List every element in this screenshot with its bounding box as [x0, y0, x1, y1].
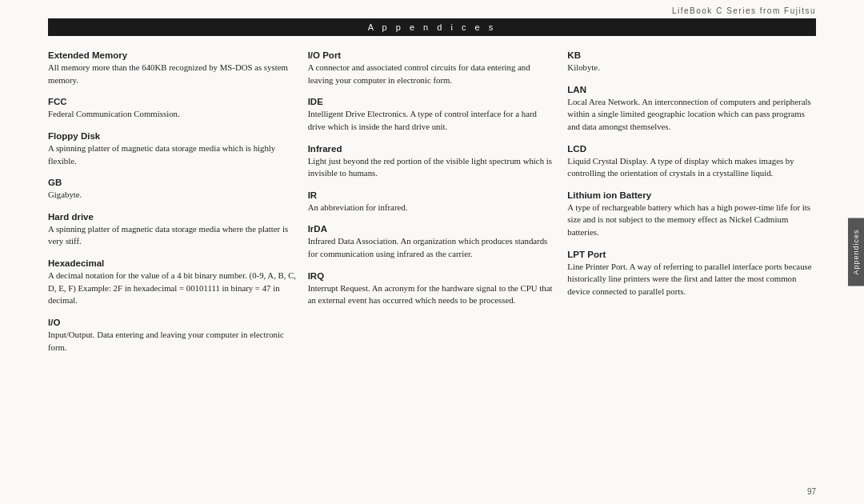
entry-body-irq: Interrupt Request. An acronym for the ha… [308, 282, 557, 307]
entry-hexadecimal: HexadecimalA decimal notation for the va… [48, 258, 297, 307]
entry-io-port: I/O PortA connector and associated contr… [308, 50, 557, 86]
entry-title-kb: KB [567, 50, 816, 60]
entry-body-hard-drive: A spinning platter of magnetic data stor… [48, 223, 297, 248]
entry-extended-memory: Extended MemoryAll memory more than the … [48, 50, 297, 86]
header-title: LifeBook C Series from Fujitsu [672, 6, 816, 15]
entry-body-fcc: Federal Communication Commission. [48, 108, 297, 121]
entry-title-extended-memory: Extended Memory [48, 50, 297, 60]
page-number: 97 [807, 487, 816, 496]
entry-title-lithium-ion-battery: Lithium ion Battery [567, 190, 816, 200]
entry-body-lpt-port: Line Printer Port. A way of referring to… [567, 261, 816, 298]
entry-title-irq: IRQ [308, 271, 557, 281]
page: LifeBook C Series from Fujitsu A p p e n… [0, 0, 864, 504]
entry-body-lithium-ion-battery: A type of rechargeable battery which has… [567, 202, 816, 239]
banner-text: A p p e n d i c e s [368, 22, 496, 32]
entry-title-gb: GB [48, 178, 297, 187]
entry-ide: IDEIntelligent Drive Electronics. A type… [308, 97, 557, 133]
entry-title-io-port: I/O Port [308, 50, 557, 60]
entry-body-irda: Infrared Data Association. An organizati… [308, 235, 557, 260]
entry-body-lan: Local Area Network. An interconnection o… [567, 96, 816, 134]
section-banner: A p p e n d i c e s [48, 18, 816, 36]
entry-ir: IRAn abbreviation for infrared. [308, 190, 557, 214]
entry-hard-drive: Hard driveA spinning platter of magnetic… [48, 212, 297, 248]
entry-irda: IrDAInfrared Data Association. An organi… [308, 224, 557, 260]
entry-title-ide: IDE [308, 97, 557, 106]
entry-body-io: Input/Output. Data entering and leaving … [48, 329, 297, 354]
main-content: Extended MemoryAll memory more than the … [0, 36, 864, 484]
page-header: LifeBook C Series from Fujitsu [0, 0, 864, 18]
entry-kb: KBKilobyte. [567, 50, 816, 74]
entry-title-floppy-disk: Floppy Disk [48, 131, 297, 141]
entry-infrared: InfraredLight just beyond the red portio… [308, 144, 557, 180]
entry-body-hexadecimal: A decimal notation for the value of a 4 … [48, 270, 297, 307]
entry-floppy-disk: Floppy DiskA spinning platter of magneti… [48, 131, 297, 167]
entry-title-lan: LAN [567, 85, 816, 94]
entry-lan: LANLocal Area Network. An interconnectio… [567, 85, 816, 134]
entry-title-io: I/O [48, 318, 297, 327]
entry-gb: GBGigabyte. [48, 178, 297, 202]
entry-body-io-port: A connector and associated control circu… [308, 62, 557, 86]
entry-title-ir: IR [308, 190, 557, 200]
entry-title-irda: IrDA [308, 224, 557, 234]
entry-body-infrared: Light just beyond the red portion of the… [308, 155, 557, 180]
column-2: I/O PortA connector and associated contr… [308, 50, 568, 476]
entry-lithium-ion-battery: Lithium ion BatteryA type of rechargeabl… [567, 190, 816, 239]
entry-irq: IRQInterrupt Request. An acronym for the… [308, 271, 557, 307]
entry-lpt-port: LPT PortLine Printer Port. A way of refe… [567, 250, 816, 298]
entry-io: I/OInput/Output. Data entering and leavi… [48, 318, 297, 354]
entry-body-lcd: Liquid Crystal Display. A type of displa… [567, 155, 816, 180]
column-1: Extended MemoryAll memory more than the … [48, 50, 308, 476]
entry-title-hard-drive: Hard drive [48, 212, 297, 222]
column-3: KBKilobyte.LANLocal Area Network. An int… [567, 50, 816, 476]
entry-title-infrared: Infrared [308, 144, 557, 154]
entry-body-ir: An abbreviation for infrared. [308, 202, 557, 214]
entry-body-extended-memory: All memory more than the 640KB recognize… [48, 62, 297, 86]
entry-body-kb: Kilobyte. [567, 62, 816, 74]
entry-body-gb: Gigabyte. [48, 189, 297, 202]
entry-fcc: FCCFederal Communication Commission. [48, 97, 297, 121]
appendices-tab: Appendices [848, 218, 864, 286]
entry-lcd: LCDLiquid Crystal Display. A type of dis… [567, 144, 816, 180]
entry-body-floppy-disk: A spinning platter of magnetic data stor… [48, 142, 297, 167]
entry-title-hexadecimal: Hexadecimal [48, 258, 297, 268]
entry-title-lpt-port: LPT Port [567, 250, 816, 259]
entry-title-lcd: LCD [567, 144, 816, 154]
entry-body-ide: Intelligent Drive Electronics. A type of… [308, 108, 557, 133]
entry-title-fcc: FCC [48, 97, 297, 106]
